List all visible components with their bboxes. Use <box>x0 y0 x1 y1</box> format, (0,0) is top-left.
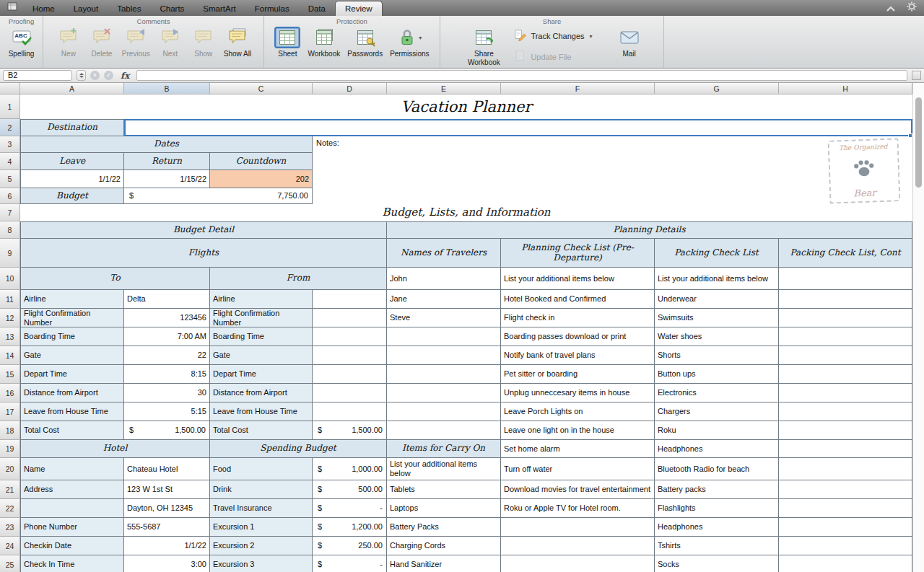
cell-G16[interactable]: Electronics <box>655 384 779 402</box>
cell-B12[interactable]: 123456 <box>124 309 210 327</box>
cell-F11[interactable]: Hotel Booked and Confirmed <box>501 290 655 309</box>
column-header-f[interactable]: F <box>501 83 655 94</box>
row-header-20[interactable]: 20 <box>0 458 20 480</box>
cell-E20[interactable]: List your additional items below <box>387 458 501 480</box>
cell-A19[interactable]: Hotel <box>20 440 210 458</box>
cell-H22[interactable] <box>779 499 912 518</box>
cell-F14[interactable]: Notify bank of travel plans <box>501 346 655 365</box>
name-box[interactable]: B2 <box>3 70 72 81</box>
vertical-scrollbar-thumb[interactable] <box>915 97 922 188</box>
ribbon-button-new[interactable]: New <box>52 27 85 58</box>
row-header-21[interactable]: 21 <box>0 480 20 499</box>
cell-F18[interactable]: Leave one light on in the house <box>501 421 655 440</box>
cell-F25[interactable] <box>501 555 655 572</box>
cell-E16[interactable] <box>387 384 501 402</box>
collapse-ribbon-icon[interactable] <box>886 1 895 14</box>
cell-B6[interactable]: $7,750.00 <box>124 188 313 204</box>
cell-B15[interactable]: 8:15 <box>124 365 210 384</box>
cell-G19[interactable]: Headphones <box>655 440 779 458</box>
cell-F13[interactable]: Boarding passes download or print <box>501 327 655 346</box>
cell-G23[interactable]: Headphones <box>655 518 779 537</box>
tab-layout[interactable]: Layout <box>64 1 108 16</box>
cell-C24[interactable]: Excursion 2 <box>210 537 313 555</box>
row-header-4[interactable]: 4 <box>0 153 20 170</box>
cell-F16[interactable]: Unplug unneccesary items in house <box>501 384 655 402</box>
cell-G14[interactable]: Shorts <box>655 346 779 365</box>
cell-E9[interactable]: Names of Travelers <box>387 239 501 268</box>
cell-A16[interactable]: Distance from Airport <box>20 384 124 402</box>
cell-A14[interactable]: Gate <box>20 346 124 365</box>
cell-F23[interactable] <box>501 518 655 537</box>
row-header-13[interactable]: 13 <box>0 327 20 346</box>
accept-entry-icon[interactable]: ✓ <box>104 71 113 80</box>
row-header-15[interactable]: 15 <box>0 365 20 384</box>
row-header-7[interactable]: 7 <box>0 204 20 221</box>
cell-A2[interactable]: Destination <box>20 119 124 136</box>
name-box-stepper[interactable] <box>77 70 86 81</box>
column-header-g[interactable]: G <box>655 83 779 94</box>
cell-C25[interactable]: Excursion 3 <box>210 555 313 572</box>
ribbon-button-workbook[interactable]: Workbook <box>304 27 344 58</box>
cell-B2[interactable] <box>124 119 912 136</box>
ribbon-button-previous[interactable]: Previous <box>118 27 154 58</box>
cell-B21[interactable]: 123 W 1st St <box>124 480 210 499</box>
cell-B14[interactable]: 22 <box>124 346 210 365</box>
cell-D25[interactable]: $- <box>313 555 387 572</box>
ribbon-button-show-all[interactable]: Show All <box>220 27 255 58</box>
cell-F9[interactable]: Planning Check List (Pre-Departure) <box>501 239 655 268</box>
row-header-9[interactable]: 9 <box>0 239 20 268</box>
cell-B22[interactable]: Dayton, OH 12345 <box>124 499 210 518</box>
row-header-2[interactable]: 2 <box>0 119 20 136</box>
row-header-6[interactable]: 6 <box>0 188 20 204</box>
ribbon-button-track-changes[interactable]: Track Changes▾ <box>514 29 592 43</box>
row-header-18[interactable]: 18 <box>0 421 20 440</box>
cell-A11[interactable]: Airline <box>20 290 124 309</box>
cell-H15[interactable] <box>779 365 912 384</box>
cancel-entry-icon[interactable]: × <box>90 71 100 80</box>
ribbon-button-show[interactable]: Show <box>187 27 220 58</box>
cell-E11[interactable]: Jane <box>387 290 501 309</box>
cell-H20[interactable] <box>779 458 912 480</box>
cell-A5[interactable]: 1/1/22 <box>20 170 124 188</box>
cell-A20[interactable]: Name <box>20 458 124 480</box>
cell-A22[interactable] <box>20 499 124 518</box>
ribbon-button-next[interactable]: Next <box>154 27 187 58</box>
gear-icon[interactable] <box>907 1 917 14</box>
cell-B25[interactable]: 3:00 <box>124 555 210 572</box>
cell-A18[interactable]: Total Cost <box>20 421 124 440</box>
cell-D3[interactable]: Notes: <box>313 136 912 204</box>
cell-C20[interactable]: Food <box>210 458 313 480</box>
cell-G10[interactable]: List your additional items below <box>655 268 779 290</box>
cell-B24[interactable]: 1/1/22 <box>124 537 210 555</box>
vertical-scrollbar[interactable] <box>912 83 924 572</box>
cell-D16[interactable] <box>313 384 387 402</box>
cell-F15[interactable]: Pet sitter or boarding <box>501 365 655 384</box>
ribbon-button-delete[interactable]: Delete <box>85 27 118 58</box>
ribbon-button-spelling[interactable]: ABCSpelling <box>5 27 38 58</box>
column-header-h[interactable]: H <box>779 83 912 94</box>
cell-E25[interactable]: Hand Sanitizer <box>387 555 501 572</box>
cell-A21[interactable]: Address <box>20 480 124 499</box>
insert-function-icon[interactable]: fx <box>121 71 129 81</box>
cell-A12[interactable]: Flight Confirmation Number <box>20 309 124 327</box>
cell-D17[interactable] <box>313 402 387 421</box>
column-header-c[interactable]: C <box>210 83 313 94</box>
cell-G21[interactable]: Battery packs <box>655 480 779 499</box>
cell-H17[interactable] <box>779 402 912 421</box>
cell-H13[interactable] <box>779 327 912 346</box>
cell-G22[interactable]: Flashlights <box>655 499 779 518</box>
cell-H25[interactable] <box>779 555 912 572</box>
cell-D12[interactable] <box>313 309 387 327</box>
select-all-corner[interactable] <box>0 83 20 94</box>
tab-smartart[interactable]: SmartArt <box>193 1 245 16</box>
cell-A8[interactable]: Budget Detail <box>20 221 387 239</box>
cell-B20[interactable]: Chateau Hotel <box>124 458 210 480</box>
cell-B23[interactable]: 555-5687 <box>124 518 210 537</box>
row-header-10[interactable]: 10 <box>0 268 20 290</box>
tab-charts[interactable]: Charts <box>150 1 193 16</box>
ribbon-button-share-workbook[interactable]: Share Workbook <box>458 27 510 66</box>
cell-E10[interactable]: John <box>387 268 501 290</box>
cell-H10[interactable] <box>779 268 912 290</box>
row-header-8[interactable]: 8 <box>0 221 20 239</box>
cell-F17[interactable]: Leave Porch Lights on <box>501 402 655 421</box>
